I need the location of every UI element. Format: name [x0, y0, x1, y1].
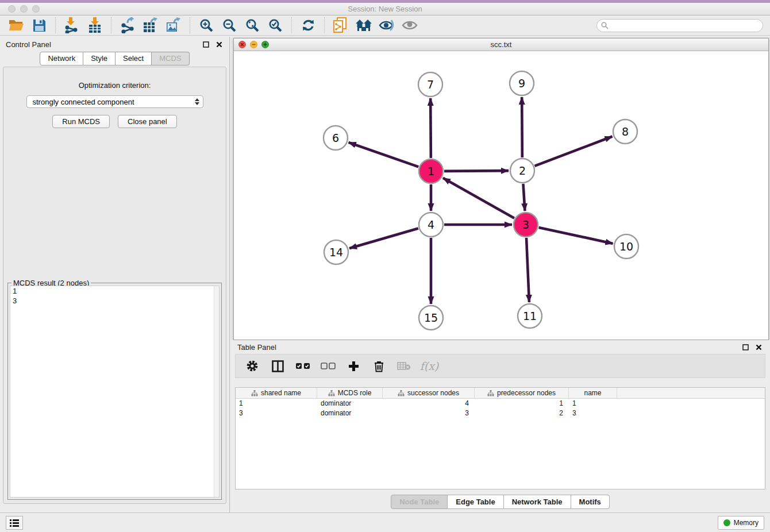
- tab-style[interactable]: Style: [83, 52, 116, 65]
- export-network-icon[interactable]: [119, 17, 136, 34]
- column-header-shared-name[interactable]: shared name: [236, 388, 317, 398]
- graph-node-4[interactable]: 4: [419, 213, 443, 237]
- edge-3-11[interactable]: [526, 238, 529, 302]
- network-from-file-icon[interactable]: [332, 17, 349, 34]
- memory-label: Memory: [734, 519, 759, 527]
- graph-node-8[interactable]: 8: [613, 119, 637, 144]
- cell-predecessor-nodes[interactable]: 1: [475, 399, 569, 408]
- close-icon[interactable]: [214, 40, 224, 49]
- edge-2-8[interactable]: [535, 137, 613, 166]
- column-header-predecessor-nodes[interactable]: predecessor nodes: [475, 388, 569, 398]
- tab-node-table[interactable]: Node Table: [391, 495, 448, 509]
- graph-node-14[interactable]: 14: [324, 240, 348, 264]
- table-row[interactable]: 3dominator323: [236, 408, 765, 418]
- edge-1-2[interactable]: [444, 171, 509, 171]
- column-header-MCDS-role[interactable]: MCDS role: [317, 388, 383, 398]
- cell-shared-name[interactable]: 3: [236, 408, 317, 418]
- cell-successor-nodes[interactable]: 3: [383, 408, 475, 418]
- graph-node-1[interactable]: 1: [419, 159, 443, 183]
- deselect-all-icon[interactable]: [318, 357, 338, 375]
- float-icon[interactable]: [741, 342, 750, 352]
- tab-network[interactable]: Network: [40, 52, 83, 65]
- cell-MCDS-role[interactable]: dominator: [317, 408, 383, 418]
- tab-motifs[interactable]: Motifs: [571, 495, 610, 509]
- refresh-icon[interactable]: [299, 17, 317, 34]
- cell-successor-nodes[interactable]: 4: [383, 399, 475, 408]
- cell-MCDS-role[interactable]: dominator: [317, 399, 383, 408]
- home-icon[interactable]: [355, 17, 372, 34]
- hide-eye-icon[interactable]: [378, 17, 395, 34]
- zoom-out-icon[interactable]: [221, 17, 238, 34]
- criterion-select[interactable]: strongly connected component: [26, 95, 203, 108]
- task-list-icon[interactable]: [6, 516, 23, 530]
- graph-node-6[interactable]: 6: [324, 126, 348, 150]
- search-input[interactable]: [609, 22, 759, 30]
- export-table-icon[interactable]: [142, 17, 159, 34]
- edge-2-9[interactable]: [522, 97, 522, 157]
- open-folder-icon[interactable]: [7, 17, 25, 34]
- control-panel-title: Control Panel: [6, 40, 197, 49]
- tab-edge-table[interactable]: Edge Table: [448, 495, 503, 509]
- result-scrollbar[interactable]: [214, 286, 219, 497]
- edge-3-10[interactable]: [538, 228, 613, 244]
- close-window-button[interactable]: [8, 5, 16, 13]
- minimize-window-button[interactable]: [20, 5, 28, 13]
- toolbar-separator: [190, 17, 190, 33]
- memory-status-button[interactable]: Memory: [718, 516, 764, 530]
- show-eye-icon[interactable]: [401, 17, 418, 34]
- edge-4-14[interactable]: [349, 228, 418, 248]
- column-header-name[interactable]: name: [569, 388, 617, 398]
- graph-node-2[interactable]: 2: [510, 159, 534, 183]
- run-mcds-button[interactable]: Run MCDS: [52, 115, 110, 128]
- export-image-icon[interactable]: [165, 17, 182, 34]
- edge-1-7[interactable]: [430, 98, 431, 158]
- edge-1-6[interactable]: [349, 142, 419, 167]
- tab-network-table[interactable]: Network Table: [504, 495, 571, 509]
- zoom-fit-icon[interactable]: [244, 17, 261, 34]
- network-canvas-svg[interactable]: 7968124314101511: [234, 52, 768, 340]
- select-all-icon[interactable]: [293, 357, 313, 375]
- window-title: Session: New Session: [0, 3, 770, 15]
- zoom-window-button[interactable]: [32, 5, 40, 13]
- graph-node-15[interactable]: 15: [419, 306, 443, 330]
- node-table[interactable]: shared nameMCDS rolesuccessor nodesprede…: [235, 387, 765, 489]
- tab-select[interactable]: Select: [116, 52, 152, 65]
- toolbar-search-field[interactable]: [596, 19, 763, 32]
- columns-icon[interactable]: [268, 357, 287, 375]
- function-builder-icon[interactable]: f(x): [419, 357, 439, 375]
- frame-close-button[interactable]: [238, 41, 246, 48]
- mcds-result-textarea[interactable]: 13: [10, 286, 220, 498]
- add-icon[interactable]: [344, 357, 363, 375]
- delete-table-icon[interactable]: [394, 357, 414, 375]
- tab-mcds[interactable]: MCDS: [152, 52, 189, 65]
- graph-node-11[interactable]: 11: [518, 304, 542, 328]
- graph-node-10[interactable]: 10: [614, 234, 638, 259]
- save-icon[interactable]: [30, 17, 48, 34]
- close-icon[interactable]: [754, 342, 763, 352]
- table-row[interactable]: 1dominator411: [236, 399, 765, 408]
- edge-3-1[interactable]: [443, 178, 514, 218]
- import-table-icon[interactable]: [86, 17, 103, 34]
- gear-icon[interactable]: [242, 357, 262, 375]
- frame-minimize-button[interactable]: [250, 41, 257, 48]
- zoom-selected-icon[interactable]: [267, 17, 284, 34]
- cell-predecessor-nodes[interactable]: 2: [475, 408, 569, 418]
- cell-name[interactable]: 1: [569, 399, 617, 408]
- cell-shared-name[interactable]: 1: [236, 399, 317, 408]
- float-icon[interactable]: [201, 40, 210, 49]
- graph-node-7[interactable]: 7: [418, 72, 442, 97]
- edge-2-3[interactable]: [523, 184, 525, 211]
- column-header-successor-nodes[interactable]: successor nodes: [383, 388, 475, 398]
- import-network-icon[interactable]: [63, 17, 80, 34]
- graph-node-3[interactable]: 3: [514, 213, 538, 237]
- network-window-titlebar[interactable]: scc.txt: [234, 38, 768, 51]
- column-header-label: name: [584, 389, 601, 397]
- close-panel-button[interactable]: Close panel: [118, 115, 177, 128]
- window-traffic-lights[interactable]: [8, 5, 40, 13]
- network-canvas[interactable]: 7968124314101511: [234, 52, 768, 340]
- frame-zoom-button[interactable]: [261, 41, 269, 48]
- graph-node-9[interactable]: 9: [510, 71, 534, 95]
- cell-name[interactable]: 3: [569, 408, 617, 418]
- zoom-in-icon[interactable]: [198, 17, 215, 34]
- delete-icon[interactable]: [369, 357, 388, 375]
